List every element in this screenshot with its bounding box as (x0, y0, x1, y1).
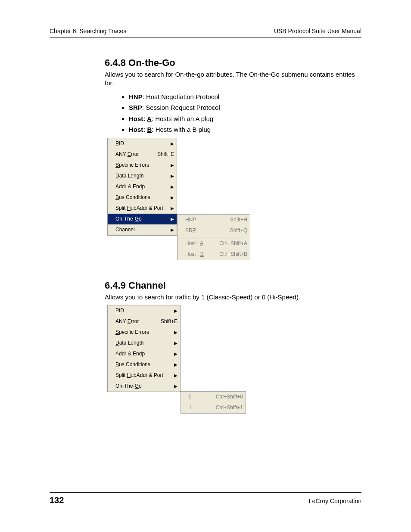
menu-item-split-hubaddr[interactable]: Split HubAddr & Port ▶ (108, 203, 177, 214)
chevron-right-icon: ▶ (173, 362, 177, 367)
chevron-right-icon: ▶ (170, 227, 174, 232)
chevron-right-icon: ▶ (170, 141, 174, 146)
header-left: Chapter 6: Searching Traces (50, 28, 126, 34)
menu-item-data-length-2[interactable]: Data Length ▶ (108, 338, 180, 348)
footer-corp: LeCroy Corporation (309, 498, 361, 504)
submenu-item-srp[interactable]: SRP Shift+Q (177, 225, 250, 236)
menu-item-specific-errors-2[interactable]: Specific Errors ▶ (108, 327, 180, 338)
menu-screenshot-2: PID ▶ ANY Error Shift+E Specific Errors … (100, 305, 361, 423)
menu-item-addr-endp[interactable]: Addr & Endp ▶ (108, 181, 177, 192)
footer-rule (50, 492, 361, 493)
submenu-item-host-a[interactable]: Host : A Ctrl+Shift+A (177, 238, 250, 249)
menu-item-on-the-go[interactable]: On-The-Go ▶ (108, 214, 177, 224)
menu-item-addr-endp-2[interactable]: Addr & Endp ▶ (108, 348, 180, 359)
chevron-right-icon: ▶ (170, 195, 174, 200)
submenu-item-host-b[interactable]: Host : B Ctrl+Shift+B (177, 249, 250, 260)
chevron-right-icon: ▶ (170, 174, 174, 178)
page-number: 132 (50, 495, 64, 505)
intro-648: Allows you to search for On-the-go attri… (105, 70, 361, 88)
submenu-channel[interactable]: 0 Ctrl+Shift+0 1 Ctrl+Shift+1 (181, 391, 246, 414)
page-footer: 132 LeCroy Corporation (50, 492, 361, 505)
bullet-list: HNP: Host Negotiation Protocol SRP: Sess… (105, 91, 361, 135)
menu-item-any-error-2[interactable]: ANY Error Shift+E (108, 316, 180, 327)
chevron-right-icon: ▶ (173, 384, 177, 389)
menu-item-split-hubaddr-2[interactable]: Split HubAddr & Port ▶ (108, 370, 180, 381)
bullet-host-a: Host: A: Hosts with an A plug (129, 113, 361, 124)
submenu-item-hnp[interactable]: HNP Shift+H (177, 215, 250, 225)
chevron-right-icon: ▶ (170, 184, 174, 189)
page-header: Chapter 6: Searching Traces USB Protocol… (50, 28, 361, 37)
chevron-right-icon: ▶ (173, 330, 177, 335)
content: 6.4.8 On-the-Go Allows you to search for… (50, 37, 361, 423)
menu-item-on-the-go-2[interactable]: On-The-Go ▶ (108, 381, 180, 392)
section-channel: 6.4.9 Channel Allows you to search for t… (105, 280, 361, 423)
bullet-host-b: Host: B: Hosts with a B plug (129, 124, 361, 135)
menu-item-channel[interactable]: Channel ▶ (108, 224, 177, 235)
menu-item-specific-errors[interactable]: Specific Errors ▶ (108, 160, 177, 171)
bullet-hnp: HNP: Host Negotiation Protocol (129, 91, 361, 103)
header-right: USB Protocol Suite User Manual (274, 28, 361, 34)
menu-item-any-error[interactable]: ANY Error Shift+E (108, 149, 177, 160)
menu-item-bus-conditions-2[interactable]: Bus Conditions ▶ (108, 359, 180, 370)
submenu-item-1[interactable]: 1 Ctrl+Shift+1 (181, 402, 246, 413)
menu-item-bus-conditions[interactable]: Bus Conditions ▶ (108, 192, 177, 203)
chevron-right-icon: ▶ (173, 373, 177, 378)
chevron-right-icon: ▶ (170, 217, 174, 221)
menu-item-pid-2[interactable]: PID ▶ (108, 305, 180, 316)
submenu-item-0[interactable]: 0 Ctrl+Shift+0 (181, 392, 246, 402)
heading-649: 6.4.9 Channel (105, 280, 361, 291)
submenu-separator (179, 237, 248, 237)
chevron-right-icon: ▶ (173, 308, 177, 313)
chevron-right-icon: ▶ (170, 163, 174, 168)
chevron-right-icon: ▶ (173, 341, 177, 345)
menu-screenshot-1: PID ▶ ANY Error Shift+E Specific Errors … (100, 138, 361, 267)
page: Chapter 6: Searching Traces USB Protocol… (0, 0, 411, 532)
context-menu-2[interactable]: PID ▶ ANY Error Shift+E Specific Errors … (107, 305, 181, 392)
chevron-right-icon: ▶ (173, 352, 177, 356)
menu-item-data-length[interactable]: Data Length ▶ (108, 171, 177, 181)
chevron-right-icon: ▶ (170, 206, 174, 211)
intro-649: Allows you to search for traffic by 1 (C… (105, 293, 361, 302)
section-on-the-go: 6.4.8 On-the-Go Allows you to search for… (105, 57, 361, 267)
menu-item-pid[interactable]: PID ▶ (108, 138, 177, 149)
context-menu[interactable]: PID ▶ ANY Error Shift+E Specific Errors … (107, 138, 177, 236)
heading-648: 6.4.8 On-the-Go (105, 57, 361, 68)
submenu-on-the-go[interactable]: HNP Shift+H SRP Shift+Q Host : A Ctrl+Sh… (177, 214, 250, 260)
bullet-srp: SRP: Session Request Protocol (129, 102, 361, 113)
